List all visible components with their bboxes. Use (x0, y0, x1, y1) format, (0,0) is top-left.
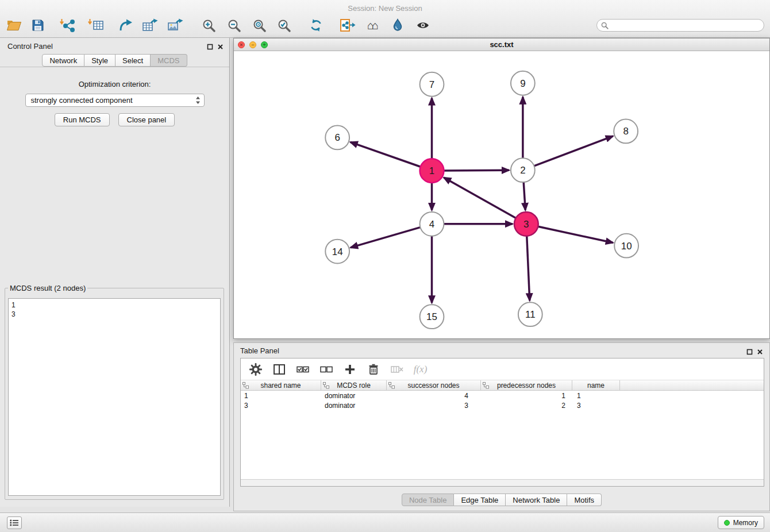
copy-view-glyph (340, 18, 356, 33)
import-network-icon[interactable] (59, 17, 77, 34)
close-panel-button[interactable]: Close panel (118, 113, 175, 126)
memory-status-icon (724, 520, 730, 526)
criterion-dropdown[interactable]: strongly connected component (25, 94, 205, 107)
tab-select[interactable]: Select (116, 54, 151, 67)
graph-node-7[interactable]: 7 (420, 72, 444, 97)
mcds-result-list[interactable]: 1 3 (8, 298, 221, 496)
graph-node-10[interactable]: 10 (614, 234, 638, 258)
graph-edge-1-2[interactable] (444, 170, 509, 171)
export-image-icon[interactable] (166, 17, 184, 34)
save-session-icon[interactable] (29, 17, 47, 34)
graph-node-11[interactable]: 11 (518, 302, 542, 326)
graph-node-8[interactable]: 8 (614, 119, 638, 144)
plus-glyph (344, 363, 356, 376)
close-panel-icon[interactable] (215, 42, 225, 51)
select-all-icon[interactable] (295, 361, 310, 377)
delete-rows-trash-icon[interactable] (365, 361, 381, 377)
tab-network[interactable]: Network (42, 54, 84, 67)
table-cell[interactable]: 3 (572, 400, 620, 410)
add-row-icon[interactable] (342, 361, 357, 377)
graph-node-14[interactable]: 14 (325, 240, 349, 264)
svg-text:14: 14 (332, 246, 343, 257)
network-canvas[interactable]: 7968124314101511 (234, 51, 769, 338)
tab-node-table[interactable]: Node Table (402, 494, 455, 506)
table-horizontal-scrollbar[interactable] (241, 479, 764, 486)
zoom-out-glyph (227, 18, 241, 33)
window-title: Session: New Session (0, 4, 770, 13)
export-table-icon[interactable] (141, 17, 159, 34)
table-cell[interactable]: 3 (241, 400, 321, 410)
run-mcds-button[interactable]: Run MCDS (55, 113, 110, 126)
table-cell[interactable]: 1 (572, 391, 620, 400)
graph-node-2[interactable]: 2 (511, 158, 535, 182)
column-header-predecessor-nodes[interactable]: predecessor nodes (481, 380, 572, 390)
column-header-shared-name[interactable]: shared name (241, 380, 321, 390)
graph-edge-1-6[interactable] (351, 142, 421, 167)
graph-node-15[interactable]: 15 (420, 304, 444, 329)
show-graphics-details-icon[interactable] (414, 17, 432, 34)
graph-node-4[interactable]: 4 (420, 212, 444, 236)
float-panel-icon[interactable] (205, 42, 214, 51)
floppy-icon (32, 19, 44, 32)
function-builder-icon[interactable]: f(x) (413, 361, 428, 377)
table-cell[interactable]: 4 (387, 391, 481, 400)
control-panel: Control Panel Network Style Select MCDS … (0, 38, 230, 507)
float-glyph (746, 349, 753, 355)
column-header-successor-nodes[interactable]: successor nodes (387, 380, 481, 390)
tab-mcds[interactable]: MCDS (151, 54, 187, 67)
graph-edge-2-8[interactable] (534, 136, 613, 166)
tab-network-table[interactable]: Network Table (506, 494, 567, 506)
table-cell[interactable]: 3 (387, 400, 481, 410)
tab-edge-table[interactable]: Edge Table (454, 494, 506, 506)
zoom-fit-icon[interactable] (250, 17, 268, 34)
vizmap-icon[interactable] (388, 17, 407, 34)
import-table-glyph (88, 18, 104, 32)
graph-edge-4-14[interactable] (351, 228, 420, 248)
mcds-result-legend: MCDS result (2 nodes) (8, 284, 87, 292)
close-table-panel-icon[interactable] (755, 347, 764, 356)
table-panel: Table Panel (233, 342, 770, 511)
graph-node-1[interactable]: 1 (420, 159, 444, 183)
table-panel-tabs: Node Table Edge Table Network Table Moti… (234, 494, 769, 506)
table-cell[interactable]: 2 (481, 400, 572, 410)
open-session-icon[interactable] (5, 17, 23, 34)
column-header-name[interactable]: name (572, 380, 620, 390)
tab-style[interactable]: Style (84, 54, 116, 67)
table-row[interactable]: 3 dominator 3 2 3 (241, 400, 764, 410)
table-cell[interactable]: dominator (321, 391, 387, 400)
zoom-selected-glyph (277, 18, 291, 33)
zoom-selected-icon[interactable] (275, 17, 293, 34)
network-frame-titlebar[interactable]: × − + scc.txt (234, 38, 769, 51)
graph-edge-2-3[interactable] (523, 182, 525, 210)
zoom-out-icon[interactable] (225, 17, 243, 34)
first-neighbors-icon[interactable]: ⌂⌂ (363, 17, 381, 34)
search-input[interactable] (596, 19, 764, 32)
table-row[interactable]: 1 dominator 4 1 1 (241, 391, 764, 400)
float-table-panel-icon[interactable] (745, 347, 754, 356)
column-header-mcds-role[interactable]: MCDS role (321, 380, 387, 390)
graph-node-6[interactable]: 6 (325, 125, 349, 149)
task-history-icon[interactable] (7, 516, 22, 529)
graph-node-9[interactable]: 9 (511, 71, 535, 95)
table-cell[interactable]: 1 (241, 391, 321, 400)
graph-edge-3-11[interactable] (527, 236, 530, 301)
tab-motifs[interactable]: Motifs (567, 494, 602, 506)
graph-node-3[interactable]: 3 (514, 212, 538, 236)
svg-text:1: 1 (429, 165, 434, 176)
graph-edge-3-1[interactable] (444, 178, 515, 218)
memory-button[interactable]: Memory (718, 516, 764, 529)
insert-column-icon[interactable] (271, 361, 287, 377)
graph-edge-3-10[interactable] (538, 226, 613, 242)
table-settings-gear-icon[interactable] (248, 361, 263, 377)
zoom-in-icon[interactable] (199, 17, 218, 34)
refresh-icon[interactable] (307, 17, 325, 34)
deselect-all-icon[interactable] (318, 361, 334, 377)
import-table-icon[interactable] (87, 17, 105, 34)
table-cell[interactable]: dominator (321, 400, 387, 410)
table-cell[interactable]: 1 (481, 391, 572, 400)
network-graph[interactable]: 7968124314101511 (234, 51, 769, 338)
export-network-icon[interactable] (117, 17, 135, 34)
delete-columns-icon[interactable] (389, 361, 405, 377)
copy-current-view-icon[interactable] (338, 17, 357, 34)
table-empty-area (241, 410, 764, 479)
